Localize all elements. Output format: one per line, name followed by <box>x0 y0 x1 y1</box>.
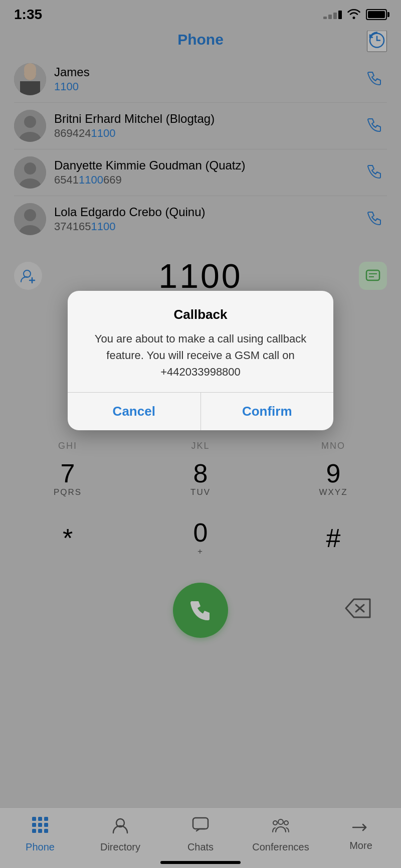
modal-title: Callback <box>86 307 315 322</box>
modal-overlay: Callback You are about to make a call us… <box>0 0 401 868</box>
modal-message: You are about to make a call using callb… <box>86 330 315 380</box>
confirm-button[interactable]: Confirm <box>201 393 334 430</box>
modal-actions: Cancel Confirm <box>68 393 333 430</box>
callback-modal: Callback You are about to make a call us… <box>68 291 333 430</box>
modal-body: Callback You are about to make a call us… <box>68 291 333 392</box>
cancel-button[interactable]: Cancel <box>68 393 200 430</box>
